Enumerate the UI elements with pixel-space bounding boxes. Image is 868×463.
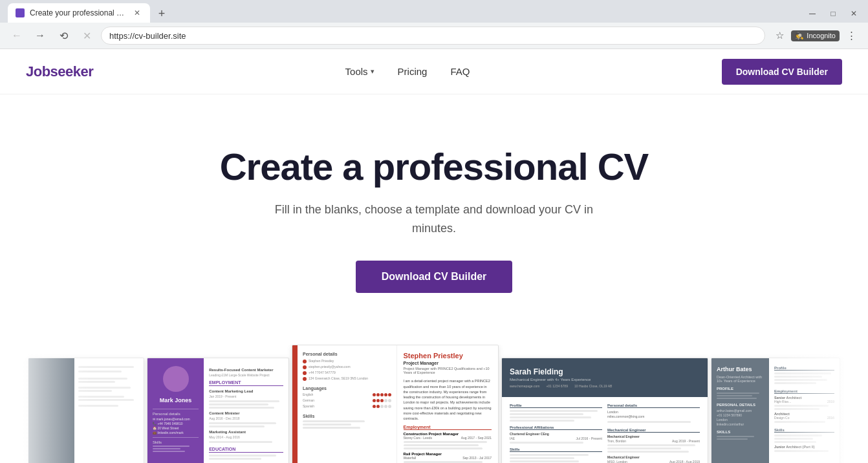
hero-title: Create a professional CV (26, 146, 842, 188)
nav-faq-label: FAQ (450, 66, 470, 77)
page-content: Jobseeker Tools ▾ Pricing FAQ Download C… (0, 49, 868, 463)
nav-faq[interactable]: FAQ (450, 66, 470, 77)
nav-tools-label: Tools (345, 66, 368, 77)
maximize-button[interactable]: □ (824, 5, 842, 23)
nav-download-cta[interactable]: Download CV Builder (722, 59, 842, 85)
minimize-button[interactable]: ─ (803, 5, 821, 23)
hero-download-cta[interactable]: Download CV Builder (356, 261, 513, 293)
cv-card-arthur-bates: Arthur Bates Dean-Oriented Architect wit… (711, 358, 840, 463)
tab-title: Create your professional CV in m... (30, 8, 127, 17)
hero-section: Create a professional CV Fill in the bla… (0, 94, 868, 332)
cv-name-sarah: Sarah Fielding (510, 367, 700, 376)
tools-dropdown-arrow: ▾ (371, 67, 374, 76)
browser-actions: ☆ 🕵 Incognito ⋮ (770, 27, 860, 45)
browser-chrome: Create your professional CV in m... ✕ + … (0, 0, 868, 49)
tab-favicon (16, 8, 25, 17)
stop-button[interactable]: ✕ (78, 27, 96, 45)
nav-tools[interactable]: Tools ▾ (345, 66, 374, 77)
reload-button[interactable]: ⟲ (54, 27, 72, 45)
cv-card-far-left (28, 358, 144, 463)
new-tab-button[interactable]: + (153, 5, 171, 23)
incognito-icon: 🕵 (795, 32, 804, 40)
cv-name-mark: Mark Jones (153, 397, 199, 404)
cv-card-mark-jones: Mark Jones Personal details ✉ mark.jones… (147, 358, 289, 463)
bookmark-button[interactable]: ☆ (770, 27, 788, 45)
back-button[interactable]: ← (8, 27, 26, 45)
logo[interactable]: Jobseeker (26, 63, 93, 80)
cv-preview-section: Mark Jones Personal details ✉ mark.jones… (0, 345, 868, 463)
cv-card-sarah-fielding: Sarah Fielding Mechanical Engineer with … (501, 358, 708, 463)
incognito-badge: 🕵 Incognito (791, 30, 840, 41)
forward-button[interactable]: → (31, 27, 49, 45)
cv-card-stephen-priestley: Personal details Stephen Priestley steph… (292, 345, 499, 463)
navbar: Jobseeker Tools ▾ Pricing FAQ Download C… (0, 49, 868, 94)
close-window-button[interactable]: ✕ (845, 5, 863, 23)
cv-name-stephen: Stephen Priestley (404, 352, 492, 360)
cv-avatar-mark (163, 366, 189, 392)
tab-bar: Create your professional CV in m... ✕ + … (0, 0, 868, 23)
cv-name-arthur: Arthur Bates (717, 366, 764, 372)
hero-subtitle: Fill in the blanks, choose a template an… (26, 200, 842, 238)
address-bar-input[interactable] (101, 27, 765, 45)
nav-center: Tools ▾ Pricing FAQ (345, 66, 470, 77)
menu-button[interactable]: ⋮ (842, 27, 860, 45)
tab-close-button[interactable]: ✕ (132, 8, 142, 18)
incognito-label: Incognito (807, 32, 836, 39)
active-browser-tab[interactable]: Create your professional CV in m... ✕ (8, 3, 150, 23)
nav-pricing-label: Pricing (398, 66, 428, 77)
address-bar-row: ← → ⟲ ✕ ☆ 🕵 Incognito ⋮ (0, 23, 868, 48)
cv-preview-container: Mark Jones Personal details ✉ mark.jones… (28, 345, 840, 463)
nav-pricing[interactable]: Pricing (398, 66, 428, 77)
